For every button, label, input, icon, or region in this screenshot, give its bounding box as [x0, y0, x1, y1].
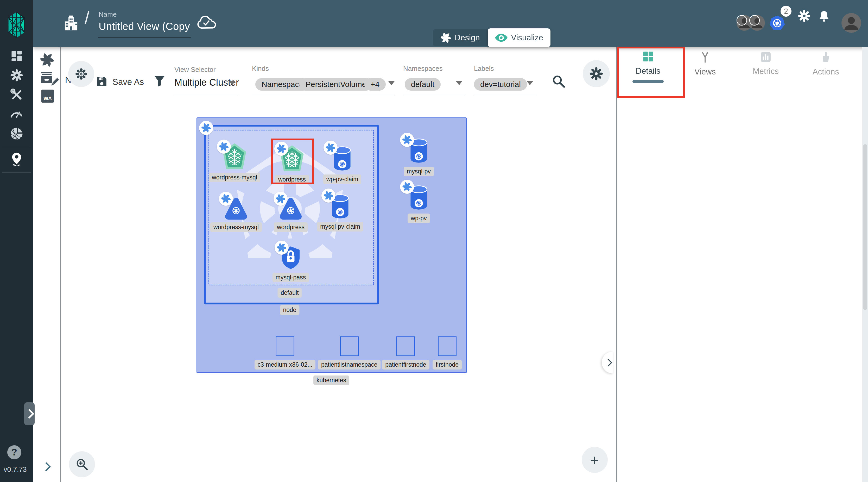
chevron-right-icon — [25, 409, 34, 419]
tab-actions[interactable]: Actions — [812, 52, 839, 77]
sidebar-expand-button[interactable] — [24, 402, 35, 425]
user-avatar[interactable] — [841, 13, 861, 33]
help-button[interactable]: ? — [7, 445, 21, 459]
node-wp-pv[interactable]: wp-pv — [385, 185, 453, 223]
canvas-side-strip: WA — [33, 47, 60, 482]
meshery-badge — [321, 188, 336, 203]
tab-design[interactable]: Design — [433, 29, 488, 47]
tab-label: Actions — [812, 67, 839, 77]
context-count-badge[interactable]: 2 — [780, 6, 792, 17]
design-spiral-icon[interactable] — [40, 53, 54, 67]
cluster-icon — [74, 67, 88, 81]
empty-node-square — [438, 336, 457, 356]
sidebar-item-mesh-map[interactable] — [0, 152, 33, 166]
organization-icon[interactable] — [62, 11, 80, 35]
kinds-underline — [252, 95, 395, 95]
labels-caret[interactable] — [527, 81, 533, 85]
panel-collapse-handle[interactable] — [602, 352, 613, 373]
collaborator-avatar[interactable] — [749, 15, 765, 31]
strip-divider — [60, 47, 61, 482]
node-firstnode[interactable]: firstnode — [413, 336, 481, 369]
chevron-right-icon — [604, 359, 612, 366]
view-selector-caret[interactable] — [229, 81, 235, 85]
sidebar-item-extensions[interactable] — [0, 127, 33, 140]
sidebar-item-performance[interactable] — [0, 108, 33, 119]
edit-pencil-icon[interactable] — [49, 76, 61, 88]
tab-label: Views — [694, 67, 716, 77]
kind-chip[interactable]: PersistentVolume — [299, 78, 372, 91]
namespaces-label: Namespaces — [403, 65, 443, 73]
node-mysql-pv-claim[interactable]: mysql-pv-claim — [306, 194, 374, 232]
filter-funnel-icon[interactable] — [154, 75, 165, 87]
tab-label: Metrics — [753, 67, 779, 76]
sidebar-item-toolkit[interactable] — [0, 89, 33, 101]
panel-scrollbar-thumb[interactable] — [863, 144, 867, 310]
node-mysql-pass[interactable]: mysql-pass — [257, 245, 324, 282]
view-name-label: Name — [99, 10, 117, 19]
settings-gear-icon[interactable] — [798, 9, 811, 22]
label-chip[interactable]: dev=tutorial — [474, 78, 527, 91]
namespaces-underline — [403, 95, 466, 95]
left-sidebar: ? v0.7.73 — [0, 0, 33, 482]
app-header: / Name Design Visualize 2 — [33, 0, 868, 47]
sidebar-item-lifecycle[interactable] — [0, 69, 33, 82]
node-c3-medium[interactable]: c3-medium-x86-02... — [251, 336, 319, 369]
sidebar-item-dashboard[interactable] — [0, 50, 33, 62]
meshery-logo[interactable] — [7, 11, 26, 38]
meshery-badge — [274, 192, 288, 206]
sidebar-divider — [2, 146, 31, 146]
strip-expand-button[interactable] — [43, 463, 50, 471]
cluster-toggle-button[interactable] — [68, 61, 94, 87]
meshery-badge — [275, 241, 289, 255]
namespace-label[interactable]: default — [277, 288, 302, 298]
kind-overflow-chip[interactable]: +4 — [364, 78, 386, 91]
zoom-button[interactable] — [69, 451, 95, 477]
meshery-badge — [323, 141, 338, 155]
namespaces-caret[interactable] — [456, 81, 462, 85]
view-name-underline — [98, 37, 191, 38]
node-label-chip: mysql-pass — [273, 273, 309, 282]
breadcrumb-separator: / — [85, 8, 89, 28]
design-pinwheel-icon — [441, 33, 451, 43]
node-label-chip: mysql-pv-claim — [317, 222, 363, 232]
node-label-chip: wordpress-mysql — [209, 173, 260, 182]
canvas-settings-button[interactable] — [583, 60, 610, 87]
labels-underline — [474, 95, 537, 95]
view-name-input[interactable] — [98, 20, 190, 33]
search-icon[interactable] — [552, 74, 565, 88]
view-selector-label: View Selector — [175, 66, 216, 74]
node-meshery-badge[interactable] — [199, 121, 213, 135]
annotation-box-details-tab — [617, 47, 685, 98]
view-selector-underline — [174, 95, 239, 95]
node-label-chip: wordpress — [274, 222, 308, 232]
node-mysql-pv[interactable]: mysql-pv — [385, 138, 453, 176]
node-wp-pv-claim[interactable]: wp-pv-claim — [308, 146, 376, 184]
views-icon — [700, 52, 710, 63]
kubernetes-context-icon[interactable] — [769, 15, 785, 31]
kinds-caret[interactable] — [388, 81, 395, 85]
tab-metrics[interactable]: Metrics — [753, 52, 779, 76]
visualize-tab-label: Visualize — [511, 33, 544, 42]
node-label[interactable]: node — [280, 305, 299, 315]
save-as-button[interactable]: Save As — [113, 77, 144, 87]
cluster-container[interactable]: default node kubernetes wordpress-mysql … — [196, 117, 467, 373]
zoom-in-icon — [75, 458, 89, 471]
mode-toggle: Design Visualize — [433, 29, 551, 47]
meshery-badge — [217, 140, 231, 154]
meshery-badge — [400, 180, 414, 194]
node-label-chip: c3-medium-x86-02... — [254, 360, 316, 369]
meshery-badge — [400, 133, 414, 147]
node-label-chip: mysql-pv — [404, 167, 434, 176]
wasm-filter-icon[interactable]: WA — [41, 90, 54, 102]
node-label-chip: firstnode — [433, 360, 462, 369]
add-button[interactable]: + — [582, 447, 608, 473]
namespace-chip[interactable]: default — [405, 78, 441, 91]
node-label-chip: wp-pv-claim — [323, 175, 362, 184]
tab-views[interactable]: Views — [694, 52, 716, 77]
tab-visualize[interactable]: Visualize — [488, 28, 551, 47]
empty-node-square — [276, 336, 294, 356]
notifications-bell-icon[interactable] — [818, 10, 830, 23]
annotation-box-wordpress — [271, 139, 314, 184]
cluster-label[interactable]: kubernetes — [313, 375, 349, 385]
labels-label: Labels — [474, 65, 494, 73]
